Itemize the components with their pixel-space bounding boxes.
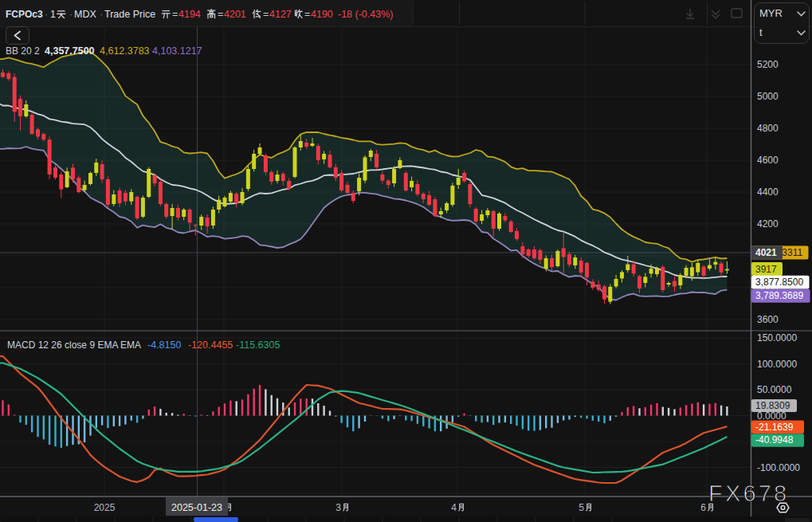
svg-text:-40.9948: -40.9948 — [755, 434, 794, 445]
svg-text:4,612.3783: 4,612.3783 — [100, 45, 150, 57]
svg-text:3600: 3600 — [757, 314, 779, 325]
svg-text:=: = — [263, 9, 269, 20]
svg-text:-115.6305: -115.6305 — [236, 339, 280, 351]
svg-text:FX678: FX678 — [708, 481, 789, 506]
svg-text:-120.4455: -120.4455 — [188, 339, 233, 351]
svg-text:2025-01-23: 2025-01-23 — [171, 502, 222, 513]
svg-text:1: 1 — [50, 9, 56, 20]
svg-text:BB 20 2: BB 20 2 — [6, 45, 40, 57]
svg-text:50.0000: 50.0000 — [757, 384, 792, 395]
svg-text:-18 (-0.43%): -18 (-0.43%) — [338, 9, 393, 20]
svg-text:MACD 12 26 close 9 EMA EMA: MACD 12 26 close 9 EMA EMA — [7, 339, 141, 351]
svg-text:-4.8150: -4.8150 — [147, 339, 181, 351]
svg-text:t: t — [759, 26, 763, 38]
svg-text:-100.0000: -100.0000 — [757, 462, 800, 473]
svg-text:FCPOc3: FCPOc3 — [6, 9, 43, 20]
svg-text:2025: 2025 — [94, 502, 116, 513]
svg-text:4,103.1217: 4,103.1217 — [152, 45, 202, 57]
svg-text:=: = — [172, 9, 178, 20]
svg-text:MDX: MDX — [74, 9, 96, 20]
svg-text:4190: 4190 — [311, 9, 333, 20]
svg-text:4,357.7500: 4,357.7500 — [45, 45, 95, 57]
svg-text:4400: 4400 — [757, 186, 779, 198]
svg-text:3: 3 — [335, 502, 341, 513]
svg-text:4: 4 — [451, 502, 457, 513]
svg-text:-21.1639: -21.1639 — [755, 422, 794, 433]
svg-text:150.0000: 150.0000 — [757, 332, 797, 343]
svg-text:=: = — [304, 9, 310, 20]
svg-text:4800: 4800 — [757, 123, 779, 134]
svg-text:=: = — [218, 9, 223, 20]
svg-text:4127: 4127 — [269, 9, 292, 20]
svg-text:Trade Price: Trade Price — [104, 9, 155, 20]
svg-text:100.0000: 100.0000 — [757, 359, 797, 370]
svg-text:4200: 4200 — [757, 218, 779, 230]
svg-text:5: 5 — [579, 502, 584, 513]
svg-text:3,877.8500: 3,877.8500 — [755, 277, 803, 288]
svg-text:4201: 4201 — [224, 9, 246, 20]
svg-text:MYR: MYR — [759, 7, 783, 19]
svg-text:·: · — [69, 9, 73, 20]
svg-text:·: · — [45, 9, 48, 20]
svg-text:6: 6 — [700, 502, 706, 513]
svg-text:19.8309: 19.8309 — [755, 400, 790, 411]
svg-text:3917: 3917 — [755, 264, 777, 275]
svg-text:4021: 4021 — [755, 247, 777, 258]
svg-text:5000: 5000 — [757, 91, 779, 102]
svg-text:5200: 5200 — [757, 59, 779, 70]
svg-text:3,789.3689: 3,789.3689 — [755, 290, 803, 301]
svg-text:·: · — [100, 9, 103, 20]
svg-text:4194: 4194 — [178, 9, 201, 20]
svg-text:4600: 4600 — [757, 155, 779, 166]
